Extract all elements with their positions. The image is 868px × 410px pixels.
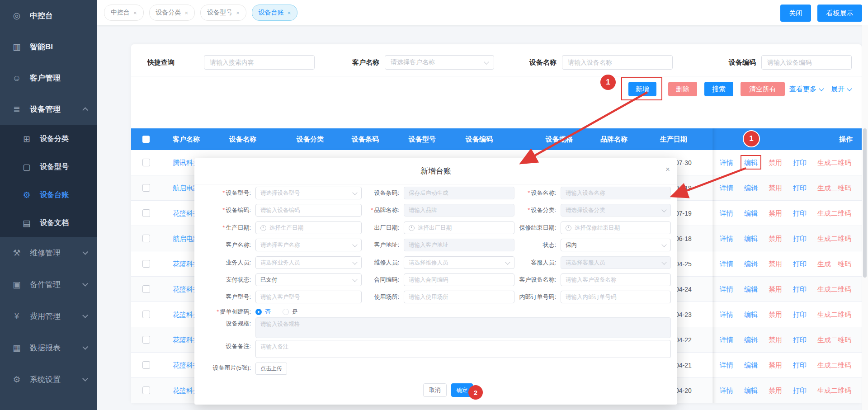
- board-display-button[interactable]: 看板展示: [817, 5, 862, 22]
- device-spec-textarea[interactable]: 请输入设备规格: [255, 317, 671, 338]
- action-打印[interactable]: 打印: [793, 184, 807, 193]
- form-field-客户地址[interactable]: 请输入客户地址: [404, 239, 514, 251]
- sidebar-item-repair[interactable]: ⚒维修管理: [0, 237, 97, 269]
- form-field-维修人员[interactable]: 请选择维修人员: [404, 256, 514, 269]
- tab-中控台[interactable]: 中控台×: [104, 5, 144, 21]
- action-生成二维码[interactable]: 生成二维码: [817, 311, 851, 319]
- expand-link[interactable]: 展开: [831, 82, 851, 96]
- row-checkbox[interactable]: [142, 184, 150, 192]
- form-field-内部订单号码[interactable]: 请输入内部订单号码: [561, 291, 671, 303]
- action-生成二维码[interactable]: 生成二维码: [817, 184, 851, 193]
- action-编辑[interactable]: 编辑: [744, 361, 758, 370]
- delete-button[interactable]: 删除: [668, 82, 697, 96]
- action-编辑[interactable]: 编辑: [744, 311, 758, 319]
- view-more-link[interactable]: 查看更多: [789, 82, 823, 96]
- action-禁用[interactable]: 禁用: [769, 260, 782, 269]
- clear-all-button[interactable]: 清空所有: [741, 82, 785, 96]
- form-field-保修结束日期[interactable]: 选择保修结束日期: [561, 221, 671, 234]
- tab-close-icon[interactable]: ×: [288, 9, 291, 16]
- row-checkbox[interactable]: [142, 235, 150, 242]
- row-checkbox[interactable]: [142, 311, 150, 318]
- action-详情[interactable]: 详情: [720, 235, 733, 243]
- action-详情[interactable]: 详情: [720, 336, 733, 344]
- vertical-scrollbar[interactable]: [862, 25, 868, 410]
- action-编辑[interactable]: 编辑: [744, 336, 758, 344]
- form-field-设备条码[interactable]: 保存后自动生成: [404, 187, 514, 199]
- action-详情[interactable]: 详情: [720, 159, 733, 167]
- form-field-合同编码[interactable]: 请输入合同编码: [404, 273, 514, 286]
- row-checkbox[interactable]: [142, 260, 150, 268]
- row-checkbox[interactable]: [142, 159, 150, 166]
- action-编辑[interactable]: 编辑: [744, 386, 758, 395]
- scrollbar-thumb[interactable]: [863, 128, 867, 278]
- sidebar-item-device-model[interactable]: ▢设备型号: [0, 153, 97, 181]
- action-生成二维码[interactable]: 生成二维码: [817, 235, 851, 243]
- sidebar-item-spareparts[interactable]: ▣备件管理: [0, 269, 97, 300]
- sidebar-item-device-ledger[interactable]: ⚙设备台账: [0, 181, 97, 209]
- action-禁用[interactable]: 禁用: [769, 235, 782, 243]
- action-禁用[interactable]: 禁用: [769, 386, 782, 395]
- device-remark-textarea[interactable]: 请输入备注: [255, 340, 671, 358]
- form-field-状态[interactable]: 保内: [561, 239, 671, 251]
- action-打印[interactable]: 打印: [793, 235, 807, 243]
- action-打印[interactable]: 打印: [793, 209, 807, 218]
- row-checkbox[interactable]: [142, 361, 150, 369]
- sidebar-item-bi[interactable]: ▥智能BI: [0, 31, 97, 62]
- action-禁用[interactable]: 禁用: [769, 285, 782, 294]
- sidebar-item-expense[interactable]: ¥费用管理: [0, 300, 97, 332]
- tab-设备台账[interactable]: 设备台账×: [252, 5, 298, 21]
- action-生成二维码[interactable]: 生成二维码: [817, 361, 851, 370]
- sidebar-item-customers[interactable]: ☺客户管理: [0, 62, 97, 94]
- action-禁用[interactable]: 禁用: [769, 336, 782, 344]
- action-详情[interactable]: 详情: [720, 386, 733, 395]
- sidebar-item-console[interactable]: ◎中控台: [0, 0, 97, 31]
- action-打印[interactable]: 打印: [793, 361, 807, 370]
- action-打印[interactable]: 打印: [793, 336, 807, 344]
- form-field-使用场所[interactable]: 请输入使用场所: [404, 291, 514, 303]
- action-生成二维码[interactable]: 生成二维码: [817, 209, 851, 218]
- action-打印[interactable]: 打印: [793, 159, 807, 167]
- sidebar-item-device-category[interactable]: ⊞设备分类: [0, 125, 97, 153]
- action-详情[interactable]: 详情: [720, 361, 733, 370]
- close-page-button[interactable]: 关闭: [780, 5, 811, 22]
- action-编辑[interactable]: 编辑: [744, 285, 758, 294]
- action-详情[interactable]: 详情: [720, 311, 733, 319]
- action-打印[interactable]: 打印: [793, 311, 807, 319]
- tab-close-icon[interactable]: ×: [133, 9, 137, 16]
- action-生成二维码[interactable]: 生成二维码: [817, 285, 851, 294]
- filter-input-设备编码[interactable]: [761, 55, 852, 70]
- action-编辑[interactable]: 编辑: [744, 159, 758, 167]
- form-field-客户设备名称[interactable]: 请输入客户设备名称: [561, 273, 671, 286]
- action-禁用[interactable]: 禁用: [769, 311, 782, 319]
- action-禁用[interactable]: 禁用: [769, 159, 782, 167]
- close-icon[interactable]: ×: [665, 165, 670, 173]
- action-生成二维码[interactable]: 生成二维码: [817, 336, 851, 344]
- add-button[interactable]: 新增: [628, 82, 656, 96]
- action-禁用[interactable]: 禁用: [769, 184, 782, 193]
- row-checkbox[interactable]: [142, 336, 150, 344]
- action-生成二维码[interactable]: 生成二维码: [817, 386, 851, 395]
- action-详情[interactable]: 详情: [720, 184, 733, 193]
- action-详情[interactable]: 详情: [720, 209, 733, 218]
- action-编辑[interactable]: 编辑: [744, 235, 758, 243]
- action-详情[interactable]: 详情: [720, 285, 733, 294]
- radio-option-是[interactable]: 是: [283, 308, 298, 316]
- form-field-设备分类[interactable]: 请选择设备分类: [561, 204, 671, 217]
- sidebar-item-device-docs[interactable]: ▤设备文档: [0, 209, 97, 237]
- sidebar-item-devices[interactable]: ≣设备管理: [0, 94, 97, 125]
- action-生成二维码[interactable]: 生成二维码: [817, 260, 851, 269]
- tab-设备分类[interactable]: 设备分类×: [149, 5, 195, 21]
- action-打印[interactable]: 打印: [793, 285, 807, 294]
- action-打印[interactable]: 打印: [793, 260, 807, 269]
- form-field-设备名称[interactable]: 请输入设备名称: [561, 187, 671, 199]
- filter-select-客户名称[interactable]: 请选择客户名称: [385, 55, 494, 70]
- form-field-品牌名称[interactable]: 请输入品牌: [404, 204, 514, 217]
- filter-input-快捷查询[interactable]: [204, 55, 315, 70]
- action-禁用[interactable]: 禁用: [769, 209, 782, 218]
- search-button[interactable]: 搜索: [704, 82, 733, 96]
- action-生成二维码[interactable]: 生成二维码: [817, 159, 851, 167]
- radio-option-否[interactable]: 否: [255, 308, 271, 316]
- row-checkbox[interactable]: [142, 285, 150, 293]
- sidebar-item-settings[interactable]: ⚙系统设置: [0, 363, 97, 395]
- action-编辑[interactable]: 编辑: [744, 184, 758, 193]
